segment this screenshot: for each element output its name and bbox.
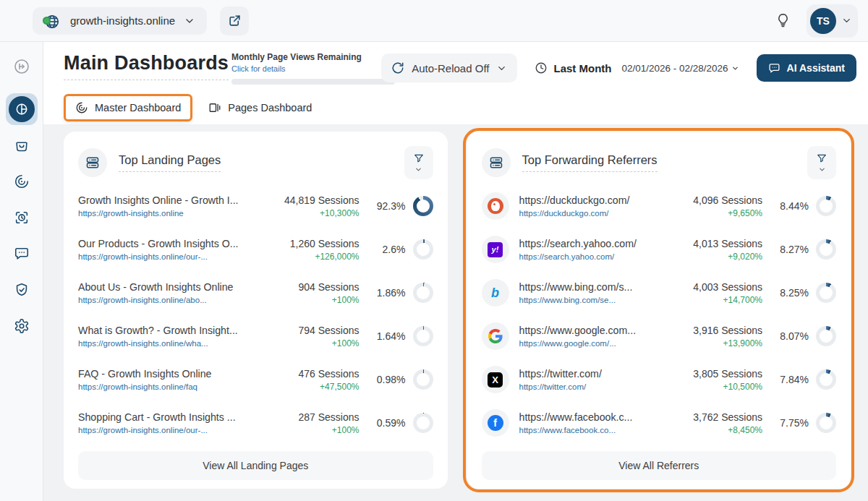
share-donut xyxy=(816,413,836,433)
page-url-link[interactable]: https://growth-insights.online/wha... xyxy=(78,339,251,348)
table-row[interactable]: Shopping Cart - Growth Insights ...https… xyxy=(78,406,433,440)
sidebar-item-dashboards[interactable] xyxy=(0,91,43,127)
table-row[interactable]: y! https://search.yahoo.com/https://sear… xyxy=(482,232,837,267)
sidebar-item-privacy[interactable] xyxy=(0,272,43,308)
sessions-delta: +10,300% xyxy=(251,208,359,218)
external-link-icon xyxy=(228,14,242,27)
share-percent: 8.07% xyxy=(780,330,809,342)
session-clock-icon xyxy=(14,210,30,226)
table-row[interactable]: b https://www.bing.com/s...https://www.b… xyxy=(482,275,837,310)
yahoo-favicon: y! xyxy=(482,236,509,263)
ideas-button[interactable] xyxy=(769,7,796,35)
view-all-landing-pages-button[interactable]: View All Landing Pages xyxy=(78,451,433,480)
sessions-value: 794 Sessions xyxy=(251,325,359,336)
ai-assistant-button[interactable]: AI Assistant xyxy=(757,54,856,82)
main-content: Main Dashboards Monthly Page Views Remai… xyxy=(43,42,868,501)
table-row[interactable]: Growth Insights Online - Growth I...http… xyxy=(78,189,433,223)
quota-progressbar xyxy=(231,79,395,85)
share-percent: 7.75% xyxy=(780,417,809,429)
sessions-value: 1,260 Sessions xyxy=(251,238,359,249)
table-row[interactable]: FAQ - Growth Insights Onlinehttps://grow… xyxy=(78,362,433,397)
open-website-button[interactable] xyxy=(220,7,249,35)
share-percent: 2.6% xyxy=(383,244,406,255)
ai-chat-icon xyxy=(768,62,780,74)
sessions-delta: +14,700% xyxy=(654,295,762,305)
referrer-url-link[interactable]: https://www.google.com/... xyxy=(519,339,655,348)
refresh-icon xyxy=(391,61,404,74)
bing-favicon: b xyxy=(482,279,509,307)
lightbulb-icon xyxy=(775,13,791,28)
shield-check-icon xyxy=(14,282,30,298)
dashboards-icon xyxy=(14,102,29,116)
share-percent: 8.27% xyxy=(780,244,809,255)
table-row[interactable]: What is Growth? - Growth Insight...https… xyxy=(78,319,433,354)
table-row[interactable]: f https://www.facebook.c...https://www.f… xyxy=(482,406,837,440)
share-percent: 8.25% xyxy=(780,287,809,299)
date-range-picker[interactable]: 02/01/2026 - 02/28/2026 xyxy=(621,63,739,74)
share-donut xyxy=(413,413,433,433)
table-row[interactable]: Our Products - Growth Insights O...https… xyxy=(78,232,433,267)
expand-sidebar-icon xyxy=(13,58,30,75)
chevron-down-icon xyxy=(414,166,422,174)
spiral-icon xyxy=(14,174,30,189)
table-row[interactable]: https://www.google.com...https://www.goo… xyxy=(482,319,837,354)
tab-master-dashboard-label: Master Dashboard xyxy=(95,102,181,114)
chevron-down-icon xyxy=(731,64,739,72)
clock-icon xyxy=(535,61,548,74)
sessions-value: 4,096 Sessions xyxy=(654,194,762,206)
sidebar-item-competition[interactable] xyxy=(0,163,43,200)
page-url-link[interactable]: https://growth-insights.online xyxy=(78,209,251,218)
sessions-value: 44,819 Sessions xyxy=(251,194,359,206)
website-selector[interactable]: growth-insights.online xyxy=(33,7,207,35)
page-url-link[interactable]: https://growth-insights.online/abo... xyxy=(78,296,251,304)
referrer-url-link[interactable]: https://search.yahoo.com/ xyxy=(519,252,655,261)
card-title: Top Landing Pages xyxy=(119,153,221,172)
share-donut xyxy=(816,369,836,390)
chevron-down-icon xyxy=(841,15,852,26)
sessions-value: 4,013 Sessions xyxy=(654,238,762,249)
sessions-delta: +100% xyxy=(251,425,359,435)
shopping-bag-icon xyxy=(14,137,30,153)
share-percent: 7.84% xyxy=(780,374,809,385)
sessions-value: 4,003 Sessions xyxy=(654,281,762,293)
sidebar-item-session-recordings[interactable] xyxy=(0,200,43,236)
sidebar-toggle[interactable] xyxy=(0,48,43,85)
referrer-url-link[interactable]: https://duckduckgo.com/ xyxy=(519,209,655,218)
quota-label: Monthly Page Views Remaining xyxy=(231,52,395,62)
funnel-icon xyxy=(816,153,827,164)
sessions-delta: +47,500% xyxy=(251,382,359,392)
table-row[interactable]: X https://twitter.com/https://twitter.co… xyxy=(482,362,837,397)
referrer-url-link[interactable]: https://www.facebook.co... xyxy=(519,426,655,434)
view-all-referrers-button[interactable]: View All Referrers xyxy=(482,451,837,480)
table-row[interactable]: https://duckduckgo.com/https://duckduckg… xyxy=(482,189,837,223)
page-url-link[interactable]: https://growth-insights.online/our-... xyxy=(78,426,251,434)
sessions-delta: +100% xyxy=(251,295,359,305)
table-row[interactable]: About Us - Growth Insights Onlinehttps:/… xyxy=(78,275,433,310)
referrer-url-link[interactable]: https://twitter.com/ xyxy=(519,382,655,391)
page-url-link[interactable]: https://growth-insights.online/our-... xyxy=(78,252,251,261)
filter-button[interactable] xyxy=(404,146,433,179)
share-percent: 0.59% xyxy=(377,417,406,429)
share-donut xyxy=(413,283,433,303)
sessions-value: 3,916 Sessions xyxy=(654,325,762,336)
tab-pages-dashboard[interactable]: Pages Dashboard xyxy=(208,101,312,114)
referrer-url-link[interactable]: https://www.bing.com/se... xyxy=(519,296,655,304)
table-icon xyxy=(482,148,511,177)
share-percent: 1.86% xyxy=(377,287,406,299)
filter-button[interactable] xyxy=(807,146,836,179)
sidebar-item-feedback[interactable] xyxy=(0,236,43,272)
sessions-delta: +9,650% xyxy=(654,208,762,218)
share-percent: 0.98% xyxy=(377,374,406,385)
auto-reload-button[interactable]: Auto-Reload Off xyxy=(381,53,517,82)
share-donut xyxy=(413,196,433,216)
sidebar-item-settings[interactable] xyxy=(0,308,43,344)
quota-details-link[interactable]: Click for details xyxy=(231,64,395,73)
account-menu[interactable]: TS xyxy=(807,4,858,38)
google-favicon xyxy=(482,322,509,350)
page-url-link[interactable]: https://growth-insights.online/faq xyxy=(78,382,251,391)
sidebar-item-ecommerce[interactable] xyxy=(0,127,43,163)
sidebar xyxy=(0,42,43,501)
sessions-value: 476 Sessions xyxy=(251,368,359,380)
tab-master-dashboard[interactable]: Master Dashboard xyxy=(64,94,192,121)
share-donut xyxy=(413,326,433,346)
